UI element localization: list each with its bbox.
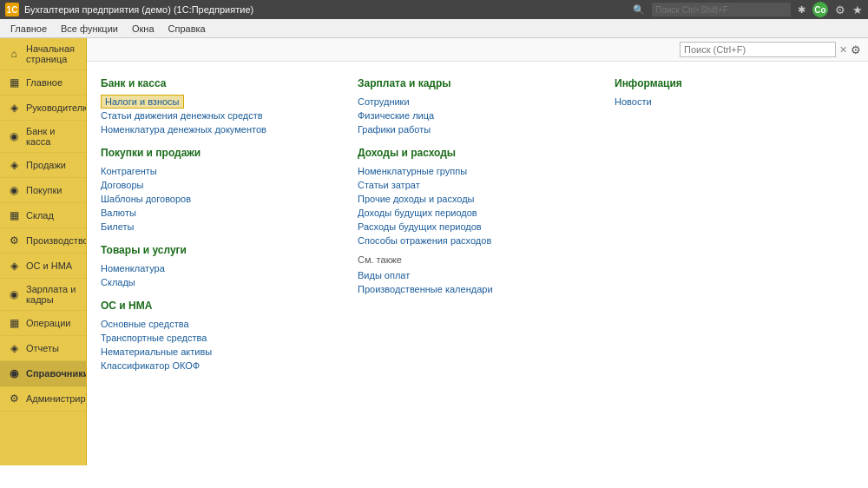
purchases-icon: ◉ [7,183,21,197]
link-expense-methods[interactable]: Способы отражения расходов [358,234,597,247]
menu-item-help[interactable]: Справка [161,22,213,36]
link-fixed-assets[interactable]: Основные средства [101,317,340,331]
title-bar-right: 🔍 ✱ Co ⚙ ★ [633,2,863,17]
sidebar-item-warehouse[interactable]: ▦ Склад [0,203,86,228]
section-title-os: ОС и НМА [101,300,340,312]
sidebar-label-operations: Операции [26,318,70,328]
menu-item-all[interactable]: Все функции [54,22,125,36]
operations-icon: ▦ [7,316,21,330]
sidebar-label-purchases: Покупки [26,185,62,195]
sidebar-label-manager: Руководителю [26,102,87,113]
main-layout: ⌂ Начальная страница ▦ Главное ◈ Руковод… [0,38,868,465]
sales-icon: ◈ [7,158,21,172]
link-taxes[interactable]: Налоги и взносы [101,95,184,109]
sidebar-label-production: Производство [26,235,87,246]
content-columns: Банк и касса Налоги и взносы Статьи движ… [101,70,854,379]
link-nomenclature-groups[interactable]: Номенклатурные группы [358,164,597,178]
sidebar-label-main: Главное [26,77,62,88]
link-contract-templates[interactable]: Шаблоны договоров [101,192,340,206]
menu-item-windows[interactable]: Окна [125,22,161,36]
link-deferred-expenses[interactable]: Расходы будущих периодов [358,220,597,234]
link-okof[interactable]: Классификатор ОКОФ [101,359,340,373]
sidebar-label-bank: Банк и касса [26,126,79,147]
section-title-info: Информация [615,77,854,89]
section-title-bank: Банк и касса [101,77,340,89]
sidebar-label-home: Начальная страница [26,43,79,64]
production-icon: ⚙ [7,234,21,247]
search-clear-icon[interactable]: ✕ [839,44,847,56]
sidebar-label-os: ОС и НМА [26,260,72,271]
column-3: Информация Новости [615,77,854,373]
os-icon: ◈ [7,259,21,273]
link-individuals[interactable]: Физические лица [358,109,597,122]
section-title-salary: Зарплата и кадры [358,77,597,89]
sidebar-item-reports[interactable]: ◈ Отчеты [0,336,86,361]
link-employees[interactable]: Сотрудники [358,95,597,109]
references-icon: ◉ [7,366,21,380]
main-content: Банк и касса Налоги и взносы Статьи движ… [87,62,868,465]
search-icon-title: 🔍 [633,4,645,16]
sidebar-item-production[interactable]: ⚙ Производство [0,228,86,254]
link-cash-docs[interactable]: Номенклатура денежных документов [101,122,340,136]
star-icon[interactable]: ★ [852,3,863,16]
sidebar-item-sales[interactable]: ◈ Продажи [0,153,86,178]
link-currencies[interactable]: Валюты [101,206,340,220]
sidebar-item-main[interactable]: ▦ Главное [0,70,86,96]
link-warehouses[interactable]: Склады [101,275,340,289]
link-contracts[interactable]: Договоры [101,178,340,192]
see-also-label: См. также [358,254,597,265]
bank-icon: ◉ [7,129,21,143]
link-tickets[interactable]: Билеты [101,220,340,234]
search-settings-icon[interactable]: ⚙ [851,43,861,56]
secondary-search-input[interactable] [680,42,836,57]
secondary-search-bar: ✕ ⚙ [87,38,868,62]
link-work-schedules[interactable]: Графики работы [358,122,597,136]
sidebar-item-admin[interactable]: ⚙ Администрирование [0,386,86,412]
reports-icon: ◈ [7,341,21,355]
link-intangible-assets[interactable]: Нематериальные активы [101,345,340,359]
link-cash-flow[interactable]: Статьи движения денежных средств [101,109,340,122]
section-title-income-expenses: Доходы и расходы [358,147,597,159]
title-bar-left: 1С Бухгалтерия предприятия (демо) (1С:Пр… [5,3,253,16]
title-bar: 1С Бухгалтерия предприятия (демо) (1С:Пр… [0,0,868,19]
menu-bar: Главное Все функции Окна Справка [0,19,868,38]
link-nomenclature[interactable]: Номенклатура [101,261,340,275]
admin-icon: ⚙ [7,392,21,406]
sidebar-label-salary: Зарплата и кадры [26,284,79,305]
sidebar-item-bank[interactable]: ◉ Банк и касса [0,121,86,153]
sidebar-label-sales: Продажи [26,160,66,170]
content-wrapper: ✕ ⚙ Банк и касса Налоги и взносы Статьи … [87,38,868,465]
link-vehicles[interactable]: Транспортные средства [101,331,340,345]
link-production-calendars[interactable]: Производственные календари [358,282,597,296]
link-news[interactable]: Новости [615,95,854,109]
user-avatar: Co [812,2,828,17]
sidebar-item-references[interactable]: ◉ Справочники [0,361,86,386]
sidebar-item-purchases[interactable]: ◉ Покупки [0,178,86,203]
sidebar-label-reports: Отчеты [26,343,59,353]
settings-icon[interactable]: ⚙ [835,3,845,16]
link-contractors[interactable]: Контрагенты [101,164,340,178]
link-cost-items[interactable]: Статьи затрат [358,178,597,192]
link-deferred-income[interactable]: Доходы будущих периодов [358,206,597,220]
sidebar-item-home[interactable]: ⌂ Начальная страница [0,38,86,70]
menu-item-main[interactable]: Главное [3,22,54,36]
home-icon: ⌂ [7,47,21,61]
title-bar-title: Бухгалтерия предприятия (демо) (1С:Предп… [24,4,253,15]
manager-icon: ◈ [7,101,21,115]
sidebar-label-references: Справочники [26,368,87,379]
column-2: Зарплата и кадры Сотрудники Физические л… [358,77,597,373]
search-input-title[interactable] [652,3,791,16]
sidebar-item-operations[interactable]: ▦ Операции [0,311,86,336]
section-title-purchases-sales: Покупки и продажи [101,147,340,159]
sidebar-item-salary[interactable]: ◉ Зарплата и кадры [0,279,86,311]
section-title-goods: Товары и услуги [101,244,340,256]
sidebar-item-os[interactable]: ◈ ОС и НМА [0,254,86,279]
asterisk-icon: ✱ [798,4,806,16]
sidebar-label-admin: Администрирование [26,393,87,404]
link-other-income[interactable]: Прочие доходы и расходы [358,192,597,206]
app-icon: 1С [5,3,19,16]
main-icon: ▦ [7,76,21,89]
sidebar: ⌂ Начальная страница ▦ Главное ◈ Руковод… [0,38,87,465]
sidebar-item-manager[interactable]: ◈ Руководителю [0,96,86,121]
link-payment-types[interactable]: Виды оплат [358,268,597,282]
